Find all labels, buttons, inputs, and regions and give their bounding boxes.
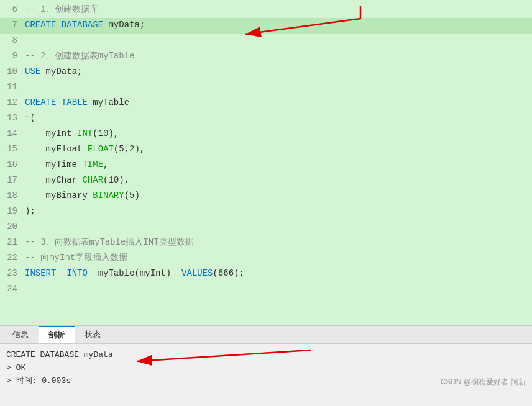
line-18: 18 myBinary BINARY(5) bbox=[0, 189, 532, 204]
code-editor[interactable]: 6 -- 1、创建数据库 7 CREATE DATABASE myData; 8… bbox=[0, 0, 532, 325]
watermark: CSDN @编程爱好者-阿新 bbox=[440, 377, 526, 387]
line-13: 13 □( bbox=[0, 111, 532, 127]
line-21: 21 -- 3、向数据表myTable插入INT类型数据 bbox=[0, 235, 532, 251]
line-10: 10 USE myData; bbox=[0, 65, 532, 80]
output-line-1: CREATE DATABASE myData bbox=[6, 349, 526, 362]
tab-status[interactable]: 状态 bbox=[75, 326, 111, 343]
code-lines: 6 -- 1、创建数据库 7 CREATE DATABASE myData; 8… bbox=[0, 2, 532, 297]
line-23: 23 INSERT INTO myTable(myInt) VALUES(666… bbox=[0, 266, 532, 282]
output-area: CREATE DATABASE myData > OK > 时间: 0.003s… bbox=[0, 344, 532, 392]
line-16: 16 myTime TIME, bbox=[0, 158, 532, 173]
line-7: 7 CREATE DATABASE myData; bbox=[0, 18, 532, 34]
line-24: 24 bbox=[0, 282, 532, 297]
line-14: 14 myInt INT(10), bbox=[0, 127, 532, 142]
line-19: 19 ); bbox=[0, 204, 532, 220]
line-6: 6 -- 1、创建数据库 bbox=[0, 2, 532, 18]
line-12: 12 CREATE TABLE myTable bbox=[0, 96, 532, 111]
tabs-bar: 信息 剖析 状态 bbox=[0, 326, 532, 344]
tab-info[interactable]: 信息 bbox=[2, 326, 39, 343]
line-22: 22 -- 向myInt字段插入数据 bbox=[0, 251, 532, 266]
bottom-panel: 信息 剖析 状态 CREATE DATABASE myData > OK > 时… bbox=[0, 325, 532, 406]
line-15: 15 myFloat FLOAT(5,2), bbox=[0, 142, 532, 158]
output-line-2: > OK bbox=[6, 362, 526, 375]
line-8: 8 bbox=[0, 34, 532, 49]
line-9: 9 -- 2、创建数据表myTable bbox=[0, 49, 532, 65]
line-17: 17 myChar CHAR(10), bbox=[0, 173, 532, 189]
line-11: 11 bbox=[0, 80, 532, 96]
tab-profile[interactable]: 剖析 bbox=[39, 326, 75, 343]
line-20: 20 bbox=[0, 220, 532, 235]
